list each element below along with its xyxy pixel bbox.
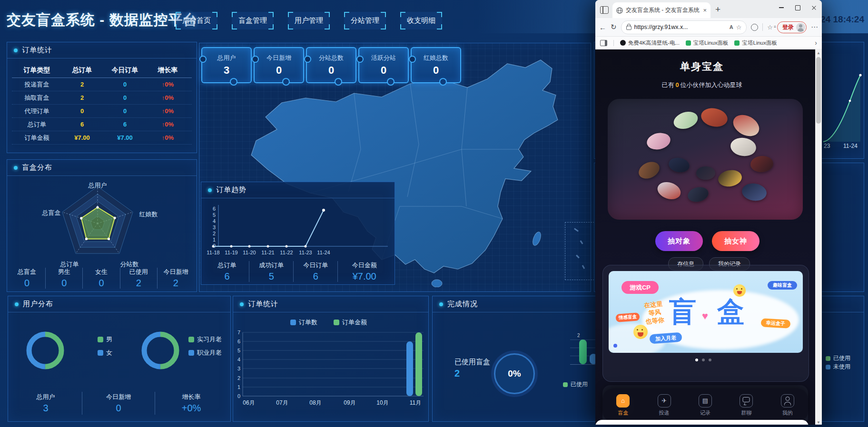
avatar-bubble	[730, 111, 763, 141]
nav-site-manage[interactable]: 分站管理	[344, 12, 386, 29]
cell-total: ¥7.00	[62, 134, 102, 141]
nav-item-box[interactable]: ⌂ 盲盒	[616, 394, 630, 417]
svg-text:1: 1	[237, 384, 240, 390]
legend-label: 已使用	[571, 380, 588, 388]
nav-box-manage[interactable]: 盲盒管理	[232, 12, 274, 29]
svg-text:11-20: 11-20	[243, 250, 256, 255]
tab-actions-icon[interactable]	[600, 6, 609, 14]
stat-value: 0	[116, 403, 121, 414]
side-x-label: 11-24	[843, 143, 858, 149]
scroll-down-icon[interactable]: ▼	[815, 419, 822, 425]
scrollbar-thumb[interactable]	[816, 57, 821, 124]
cell-total: 0	[62, 107, 102, 115]
cell-today: 6	[102, 121, 148, 128]
globe-icon	[616, 7, 623, 14]
nav-finance[interactable]: 收支明细	[400, 12, 442, 29]
banner-tag-lucky: 幸运盒子	[761, 318, 791, 328]
back-icon[interactable]: ←	[599, 23, 606, 31]
stat-label: 女生	[95, 268, 108, 276]
bar-legend: 订单数 订单金额	[290, 318, 367, 327]
avatar-bubble	[741, 182, 768, 203]
refresh-icon[interactable]: ↻	[611, 23, 617, 31]
nav-item-groupchat[interactable]: 群聊	[740, 394, 753, 417]
read-aloud-icon[interactable]: A	[730, 24, 733, 30]
banner-title-char: 盲	[669, 294, 696, 330]
card-total-sites: 分站总数 0	[306, 47, 356, 83]
bookmark-item[interactable]: 宝塔Linux面板	[686, 39, 729, 47]
card-active-sites: 活跃分站 0	[358, 47, 409, 83]
favorite-star-icon[interactable]: ☆	[736, 24, 742, 31]
gender-donut-chart	[24, 330, 66, 371]
bookmark-item[interactable]: 免费4K高清壁纸-电...	[620, 39, 680, 47]
card-label: 红娘总数	[424, 54, 448, 62]
table-row: 投递盲盒 2 0 ↑0%	[12, 78, 192, 91]
bookmarks-overflow-icon[interactable]: ›	[815, 39, 817, 47]
login-button[interactable]: 登录	[777, 21, 807, 33]
carousel-dot[interactable]	[695, 359, 698, 361]
nav-user-manage[interactable]: 用户管理	[288, 12, 330, 29]
avatar-sphere-card[interactable]	[608, 99, 803, 220]
page-scrollbar[interactable]: ▲ ▼	[815, 49, 822, 425]
scroll-up-icon[interactable]: ▲	[815, 49, 822, 56]
browser-essentials-icon[interactable]	[751, 24, 758, 31]
address-bar[interactable]: https://grzy.91wx.x... A ☆	[621, 20, 747, 34]
tab-close-icon[interactable]: ×	[703, 7, 707, 14]
draw-goddess-button[interactable]: 抽女神	[712, 231, 760, 251]
table-header-row: 订单类型 总订单 今日订单 增长率	[12, 63, 192, 78]
svg-text:10月: 10月	[376, 399, 388, 406]
sidebar-icon[interactable]	[600, 40, 607, 46]
stat-value: 2	[173, 278, 178, 289]
stat-value: 6	[225, 271, 230, 282]
avatar-bubble	[717, 168, 743, 188]
svg-text:11-18: 11-18	[207, 250, 219, 255]
promo-banner[interactable]: 游戏CP 趣味盲盒 情感盲盒 在这里 等风 也等你 加入月老 盲 ♥ 盒 幸运盒…	[609, 271, 803, 353]
carousel-dot[interactable]	[709, 359, 711, 361]
browser-tab[interactable]: 交友盲盒系统 - 交友盲盒系统 ×	[612, 2, 710, 18]
screen: 交友盲盒系统 - 数据监控平台 后台首页 盲盒管理 用户管理 分站管理 收支明细…	[0, 0, 868, 427]
nav-backend-home[interactable]: 后台首页	[176, 12, 217, 29]
stat-value: 0	[24, 278, 30, 289]
stat-label: 已使用	[129, 268, 148, 276]
avatar-bubble	[730, 136, 758, 157]
bullet-icon	[240, 302, 244, 306]
banner-dot	[613, 344, 617, 348]
bookmarks-bar: 免费4K高清壁纸-电... 宝塔Linux面板 宝塔Linux面板 ›	[595, 37, 822, 49]
menu-dots-icon[interactable]: ⋯	[811, 23, 818, 31]
app-title: 单身宝盒	[595, 60, 809, 73]
avatar-bubble	[750, 155, 774, 173]
draw-partner-button[interactable]: 抽对象	[655, 231, 703, 251]
bookmark-favicon	[686, 40, 691, 46]
cell-growth: ↑0%	[148, 134, 188, 141]
send-icon: ✈	[658, 394, 671, 408]
nav-item-records[interactable]: ▤ 记录	[699, 394, 712, 417]
stat-label: 成功订单	[259, 261, 284, 270]
carousel-dot[interactable]	[702, 359, 705, 361]
cell-type: 抽取盲盒	[12, 94, 62, 102]
close-button[interactable]	[806, 0, 822, 15]
nav-label: 收支明细	[407, 16, 435, 25]
cell-total: 2	[62, 94, 102, 101]
bookmark-item[interactable]: 宝塔Linux面板	[734, 39, 777, 47]
legend-swatch	[188, 350, 194, 356]
legend-label: 女	[106, 349, 112, 357]
bookmark-label: 宝塔Linux面板	[742, 39, 777, 47]
minimize-button[interactable]	[773, 0, 789, 15]
cell-total: 6	[62, 121, 102, 128]
svg-text:5: 5	[237, 348, 240, 353]
bookmark-label: 免费4K高清壁纸-电...	[628, 39, 680, 47]
legend-swatch	[98, 337, 103, 342]
bullet-icon	[439, 302, 443, 306]
nav-item-profile[interactable]: 我的	[781, 394, 794, 417]
maximize-button[interactable]	[789, 0, 806, 15]
minibar-axis	[570, 364, 595, 365]
stat-value: ¥7.00	[353, 271, 376, 282]
nav-item-deliver[interactable]: ✈ 投递	[658, 394, 671, 417]
cell-today: 0	[102, 107, 148, 115]
browser-window: 交友盲盒系统 - 交友盲盒系统 × + ← ↻ https://grzy.91w…	[595, 0, 822, 425]
nav-label: 盲盒管理	[238, 16, 267, 25]
col-header: 总订单	[62, 66, 102, 75]
new-tab-button[interactable]: +	[715, 4, 720, 15]
favorites-bar-icon[interactable]: ☆	[767, 24, 773, 31]
legend-swatch	[563, 382, 568, 387]
profile-avatar	[796, 23, 805, 32]
